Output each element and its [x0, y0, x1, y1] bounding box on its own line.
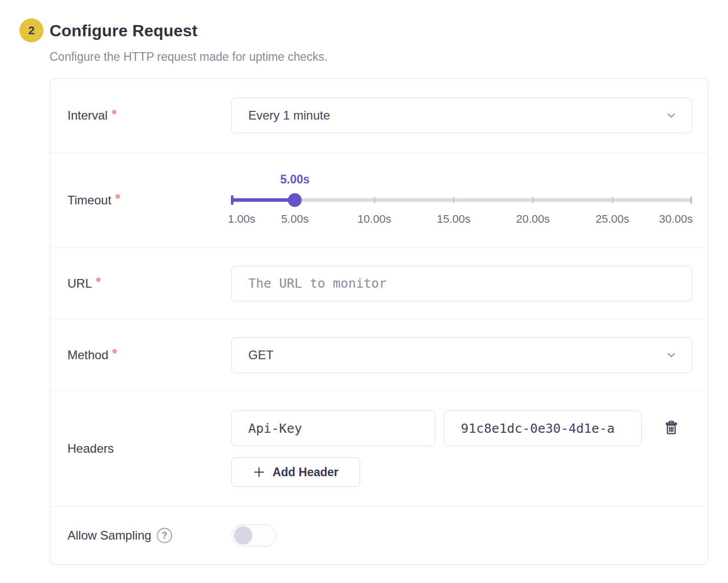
- plus-icon: [253, 466, 265, 478]
- timeout-slider: 5.00s 1.00s5.00s10.00s15.00s20.00s25.00s…: [231, 173, 692, 228]
- required-dot: [96, 277, 101, 282]
- header-key-value-row: [231, 410, 692, 446]
- header-value-input[interactable]: [444, 410, 642, 446]
- header-name-input[interactable]: [231, 410, 435, 446]
- page-subtitle: Configure the HTTP request made for upti…: [50, 50, 327, 64]
- slider-tick-label: 30.00s: [659, 213, 693, 226]
- slider-tick: [453, 197, 454, 203]
- interval-label: Interval: [67, 108, 108, 123]
- slider-tick-label: 5.00s: [281, 213, 309, 226]
- slider-tick-label: 25.00s: [596, 213, 629, 226]
- timeout-label: Timeout: [67, 193, 111, 207]
- help-icon[interactable]: ?: [157, 528, 172, 543]
- add-header-label: Add Header: [272, 465, 338, 479]
- slider-fill: [231, 198, 295, 202]
- headers-label: Headers: [67, 441, 114, 456]
- step-number: 2: [28, 24, 34, 37]
- slider-end-cap: [690, 196, 692, 204]
- slider-tick-label: 15.00s: [437, 213, 471, 226]
- method-row: Method GET: [50, 319, 708, 390]
- headers-row: Headers: [50, 390, 708, 506]
- slider-tick-labels: 1.00s5.00s10.00s15.00s20.00s25.00s30.00s: [231, 213, 692, 227]
- step-number-badge: 2: [19, 18, 43, 42]
- timeout-row: Timeout 5.00s 1.00s5.00s10.00s15.00s20.0…: [50, 152, 708, 247]
- url-label: URL: [67, 276, 92, 291]
- required-dot: [115, 194, 120, 199]
- method-label: Method: [67, 348, 108, 362]
- toggle-knob: [234, 526, 252, 545]
- slider-tick-label: 20.00s: [516, 213, 550, 226]
- allow-sampling-row: Allow Sampling ?: [50, 506, 708, 564]
- method-select[interactable]: GET: [231, 337, 692, 373]
- page-title: Configure Request: [50, 21, 198, 40]
- slider-handle[interactable]: [288, 193, 302, 207]
- slider-value-label: 5.00s: [280, 173, 310, 186]
- slider-tick: [373, 197, 375, 203]
- slider-tick: [612, 197, 613, 203]
- required-dot: [112, 349, 117, 354]
- chevron-down-icon: [665, 109, 678, 122]
- slider-track-area[interactable]: [231, 193, 692, 207]
- configure-request-card: Interval Every 1 minute Timeout: [50, 78, 708, 565]
- add-header-button[interactable]: Add Header: [231, 457, 360, 487]
- delete-header-button[interactable]: [662, 418, 680, 438]
- allow-sampling-label: Allow Sampling: [67, 528, 151, 543]
- configure-request-page: 2 Configure Request Configure the HTTP r…: [0, 0, 728, 583]
- url-input[interactable]: [231, 266, 692, 301]
- interval-select[interactable]: Every 1 minute: [231, 98, 692, 133]
- interval-row: Interval Every 1 minute: [50, 79, 708, 152]
- method-selected-value: GET: [248, 348, 273, 362]
- interval-selected-value: Every 1 minute: [248, 108, 330, 123]
- chevron-down-icon: [665, 348, 678, 362]
- slider-start-cap: [231, 195, 233, 205]
- slider-tick: [532, 197, 534, 203]
- slider-tick-label: 1.00s: [228, 213, 255, 226]
- slider-tick-label: 10.00s: [358, 213, 391, 226]
- trash-icon: [663, 419, 679, 437]
- required-dot: [112, 110, 116, 114]
- url-row: URL: [50, 247, 708, 319]
- allow-sampling-toggle[interactable]: [231, 524, 276, 547]
